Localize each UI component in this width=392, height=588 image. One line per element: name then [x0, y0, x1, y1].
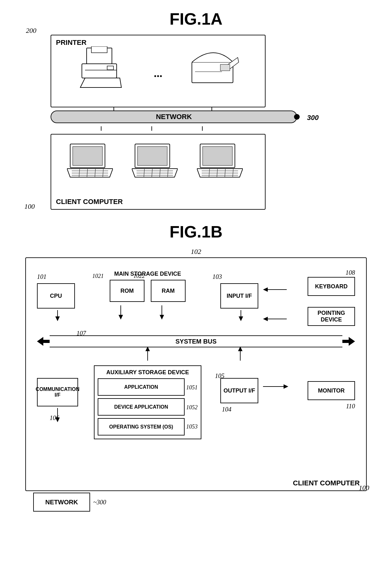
printer-icon	[77, 46, 128, 91]
svg-rect-54	[342, 340, 349, 343]
svg-marker-52	[37, 337, 43, 346]
svg-rect-32	[203, 147, 232, 165]
svg-marker-51	[263, 317, 268, 321]
aux-storage-outer: AUXILIARY STORAGE DEVICE 105 APPLICATION…	[94, 365, 201, 439]
outputif-arrow-up	[236, 346, 245, 361]
ref-1021: 1021	[92, 273, 104, 279]
ref-1022: 1022	[133, 273, 145, 279]
ref-101: 101	[37, 273, 46, 280]
laptop-icon-1	[67, 141, 113, 182]
monitor-arrow	[263, 382, 288, 391]
svg-marker-59	[145, 346, 150, 351]
printer-label: PRINTER	[56, 39, 87, 47]
system-bus-label: SYSTEM BUS	[50, 335, 342, 347]
fig1a-title: FIG.1A	[19, 9, 373, 28]
pointing-device-block: POINTING DEVICE	[308, 307, 355, 326]
svg-rect-4	[107, 66, 113, 70]
aux-arrow-up	[143, 346, 152, 361]
client-ref: 100	[24, 202, 35, 211]
svg-rect-53	[43, 340, 50, 343]
application-block: APPLICATION	[98, 378, 185, 396]
client-box: 100 CLIENT COMPUTER	[51, 134, 266, 210]
ref-103: 103	[212, 273, 222, 280]
ref-102: 102	[25, 248, 367, 256]
svg-marker-41	[55, 316, 60, 321]
rom-block: ROM	[110, 280, 144, 302]
svg-marker-57	[55, 417, 60, 422]
fig1a-diagram: 200 PRINTER	[19, 35, 373, 210]
svg-marker-45	[160, 315, 164, 320]
comm-if-block: COMMUNICATION I/F	[37, 378, 78, 406]
fig1b-diagram: CLIENT COMPUTER 100 101 CPU MAIN STORAGE…	[25, 257, 367, 491]
fig1b-title: FIG.1B	[19, 222, 373, 241]
device-application-block: DEVICE APPLICATION	[98, 398, 185, 416]
ref-104: 104	[222, 406, 231, 413]
laptop-icon-2	[132, 141, 178, 182]
system-bus-row: 107 SYSTEM BUS	[34, 335, 358, 354]
ref-108: 108	[346, 269, 355, 276]
input-if-block: INPUT I/F	[220, 283, 258, 309]
network-bar: NETWORK 300	[51, 111, 297, 123]
ram-block: RAM	[151, 280, 186, 302]
laptop-icon-3	[197, 141, 243, 182]
keyboard-arrow	[263, 285, 288, 294]
main-storage-area: MAIN STORAGE DEVICE 1021 1022 ROM RAM	[94, 271, 201, 302]
dots-label: ...	[154, 67, 162, 80]
svg-marker-47	[239, 316, 243, 321]
client-label: CLIENT COMPUTER	[56, 198, 123, 206]
rom-arrow-down	[116, 305, 126, 321]
ref-1052: 1052	[186, 404, 198, 411]
network-ref: 300	[307, 114, 319, 122]
bus-arrow-left	[37, 335, 50, 347]
network-bottom-ref: ~300	[93, 499, 106, 506]
cpu-block: CPU	[37, 283, 75, 309]
printer-box: 200 PRINTER	[51, 35, 266, 107]
cpu-arrow-down	[53, 310, 62, 321]
svg-rect-14	[73, 147, 102, 165]
ram-arrow-down	[157, 305, 167, 321]
inputif-arrow-down	[236, 310, 246, 321]
main-storage-label: MAIN STORAGE DEVICE	[94, 271, 201, 277]
pointing-arrow	[263, 314, 288, 324]
aux-storage-label: AUXILIARY STORAGE DEVICE	[98, 369, 198, 376]
bus-arrow-right	[342, 335, 355, 347]
ref-110: 110	[346, 403, 355, 410]
svg-rect-6	[220, 64, 230, 71]
svg-marker-61	[238, 346, 242, 351]
os-block: OPERATING SYSTEM (OS)	[98, 418, 185, 435]
comm-arrow-down	[53, 408, 62, 422]
printer-ref: 200	[26, 27, 36, 35]
ref-1051: 1051	[186, 384, 198, 391]
output-if-block: OUTPUT I/F	[220, 378, 258, 403]
network-bar-wrapper: NETWORK 300	[51, 111, 297, 123]
svg-rect-1	[91, 46, 107, 53]
monitor-block: MONITOR	[308, 381, 355, 400]
svg-marker-55	[349, 337, 355, 346]
svg-marker-63	[284, 384, 288, 389]
ref-100: 100	[359, 484, 369, 492]
scanner-icon	[189, 46, 239, 91]
svg-marker-43	[119, 315, 123, 320]
keyboard-block: KEYBOARD	[308, 277, 355, 296]
ref-1053: 1053	[186, 423, 198, 430]
network-bottom-box: NETWORK	[33, 493, 90, 512]
svg-marker-49	[263, 287, 268, 292]
client-computer-label: CLIENT COMPUTER	[293, 479, 360, 487]
svg-rect-23	[138, 147, 167, 165]
